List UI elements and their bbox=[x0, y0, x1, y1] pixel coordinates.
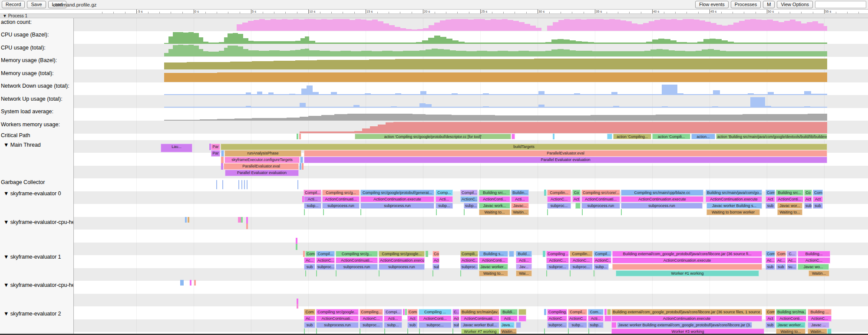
label-skyframe-evaluator-1[interactable]: ▼ skyframe-evaluator 1 bbox=[3, 254, 61, 260]
trace-bar[interactable]: Com bbox=[766, 190, 775, 196]
trace-bar[interactable]: Javac... bbox=[511, 203, 529, 209]
record-button[interactable]: Record bbox=[2, 1, 25, 8]
chart-memory-usage-bazel[interactable] bbox=[0, 57, 868, 69]
trace-bar[interactable] bbox=[544, 309, 546, 315]
trace-bar[interactable]: Waiting to... bbox=[479, 270, 508, 276]
trace-bar[interactable]: Compiling ... bbox=[546, 251, 569, 257]
trace-bar[interactable]: Lau... bbox=[161, 144, 192, 152]
trace-bar[interactable]: Building external/com_google_protobuf/ja… bbox=[611, 309, 762, 315]
trace-bar[interactable] bbox=[300, 163, 301, 170]
trace-bar[interactable]: action 'Compili... bbox=[652, 134, 690, 139]
trace-bar[interactable] bbox=[512, 134, 515, 139]
trace-bar[interactable]: Building src... bbox=[479, 190, 510, 196]
trace-bar[interactable]: Com bbox=[766, 251, 775, 257]
trace-bar[interactable] bbox=[190, 280, 191, 286]
label-skyframe-evaluator-cpu-heavy-1[interactable]: ▼ skyframe-evaluator-cpu-heavy- bbox=[3, 219, 74, 225]
trace-bar[interactable]: Act bbox=[432, 257, 439, 263]
trace-bar[interactable]: ActionC... bbox=[460, 196, 478, 202]
trace-bar[interactable] bbox=[426, 251, 428, 257]
trace-bar[interactable]: ActionC... bbox=[460, 257, 478, 263]
trace-bar[interactable]: Building src... bbox=[776, 190, 803, 196]
chart-workers-memory-usage[interactable] bbox=[0, 121, 868, 133]
chart-action-count[interactable] bbox=[0, 18, 868, 31]
trace-bar[interactable]: ActionC... bbox=[798, 257, 830, 263]
chart-network-down-usage[interactable] bbox=[0, 82, 868, 95]
trace-bar[interactable]: subproc... bbox=[546, 264, 569, 270]
trace-bar[interactable]: Building src/main/jav... bbox=[460, 309, 499, 315]
processes-button[interactable]: Processes bbox=[731, 1, 761, 8]
trace-bar[interactable]: Waiting to... bbox=[479, 209, 510, 215]
trace-bar[interactable]: ActionConti... bbox=[479, 257, 508, 263]
trace-bar[interactable]: subp... bbox=[568, 322, 587, 328]
trace-bar[interactable]: subp... bbox=[384, 322, 402, 328]
trace-bar[interactable]: ActionC... bbox=[568, 315, 587, 322]
trace-bar[interactable] bbox=[300, 157, 303, 163]
trace-bar[interactable]: ParallelEvaluator.eval bbox=[304, 150, 827, 157]
trace-bar[interactable]: Compiling src/main/cpp/blaze.cc bbox=[621, 190, 703, 196]
trace-bar[interactable]: action 'Compiling... bbox=[613, 134, 651, 139]
trace-bar[interactable] bbox=[182, 280, 184, 286]
trace-bar[interactable] bbox=[607, 134, 612, 139]
trace-bar[interactable]: Javac wo... bbox=[798, 264, 829, 270]
toolbar-search-box[interactable] bbox=[815, 1, 866, 8]
trace-bar[interactable]: Ac... bbox=[304, 315, 315, 322]
trace-bar[interactable]: sub bbox=[766, 264, 775, 270]
trace-bar[interactable]: Ac... bbox=[787, 257, 797, 263]
trace-bar[interactable]: ActionContinuation.execute bbox=[611, 315, 762, 322]
trace-bar[interactable]: sub bbox=[804, 203, 812, 209]
trace-bar[interactable]: Compil... bbox=[304, 190, 321, 196]
trace-bar[interactable]: action 'Building src/main/java/com/googl… bbox=[716, 134, 827, 139]
trace-bar[interactable]: ActionContinuati... bbox=[316, 315, 359, 322]
trace-bar[interactable] bbox=[516, 322, 521, 328]
trace-bar[interactable]: ActionC... bbox=[547, 196, 571, 202]
trace-bar[interactable]: Waiting to borrow worker bbox=[706, 209, 760, 215]
m-button[interactable]: M bbox=[763, 1, 775, 8]
trace-bar[interactable]: Compil... bbox=[316, 251, 335, 257]
process-header[interactable]: ▼ Process 1 bbox=[0, 13, 868, 18]
trace-bar[interactable]: Compiling src/core/... bbox=[581, 190, 620, 196]
trace-bar[interactable] bbox=[297, 304, 298, 309]
chart-network-up-usage[interactable] bbox=[0, 95, 868, 108]
trace-bar[interactable]: Compili... bbox=[460, 251, 478, 257]
trace-bar[interactable] bbox=[302, 163, 304, 170]
trace-bar[interactable]: sub bbox=[813, 203, 823, 209]
trace-bar[interactable]: ActionContinuation.execute bbox=[706, 196, 762, 202]
trace-bar[interactable]: subproc... bbox=[547, 322, 567, 328]
trace-bar[interactable]: Act bbox=[572, 196, 581, 202]
trace-bar[interactable]: skyframeExecutor.configureTargets bbox=[224, 157, 300, 163]
trace-bar[interactable] bbox=[296, 244, 297, 250]
trace-bar[interactable]: Wai... bbox=[516, 270, 532, 276]
trace-bar[interactable]: subp... bbox=[594, 264, 609, 270]
trace-bar[interactable]: subproc... bbox=[316, 264, 335, 270]
trace-bar[interactable]: ActionC... bbox=[316, 257, 335, 263]
trace-bar[interactable]: Javac worker Building s... bbox=[706, 203, 762, 209]
label-main-thread[interactable]: ▼ Main Thread bbox=[3, 142, 41, 148]
view-options-button[interactable]: View Options bbox=[777, 1, 813, 8]
trace-bar[interactable] bbox=[509, 251, 514, 257]
trace-bar[interactable]: runAnalysisPhase bbox=[224, 150, 301, 157]
timeline-ruler[interactable]: -5 s0 s5 s10 s15 s20 s25 s30 s35 s40 s45… bbox=[0, 10, 868, 13]
trace-bar[interactable]: Compiling src/google/protobuf/generat... bbox=[360, 190, 434, 196]
trace-bar[interactable]: Compilin... bbox=[570, 251, 593, 257]
trace-bar[interactable]: Act bbox=[407, 315, 418, 322]
trace-bar[interactable] bbox=[299, 134, 301, 139]
trace-bar[interactable] bbox=[611, 322, 617, 328]
trace-bar[interactable]: Com... bbox=[588, 309, 604, 315]
trace-bar[interactable]: subproc... bbox=[460, 264, 478, 270]
trace-bar[interactable]: Building... bbox=[798, 251, 830, 257]
trace-bar[interactable]: Javac worker Buil... bbox=[460, 322, 499, 328]
trace-bar[interactable]: subp... bbox=[452, 322, 459, 328]
trace-bar[interactable]: Javac work... bbox=[479, 203, 510, 209]
trace-bar[interactable]: Compil... bbox=[460, 190, 478, 196]
trace-bar[interactable]: ActionC... bbox=[546, 257, 569, 263]
trace-bar[interactable]: subprocess.run bbox=[322, 203, 360, 209]
trace-bar[interactable]: Parallel Evaluator evaluation bbox=[225, 170, 299, 176]
trace-bar[interactable]: Com bbox=[305, 251, 315, 257]
trace-bar[interactable]: Javac worker... bbox=[776, 322, 805, 328]
trace-bar[interactable]: Building external/com_google_protobuf/ja… bbox=[612, 251, 762, 257]
trace-bar[interactable]: subprocess.run bbox=[581, 203, 620, 209]
trace-bar[interactable]: Com bbox=[304, 309, 315, 315]
trace-bar[interactable]: Co bbox=[572, 190, 581, 196]
trace-bar[interactable]: Com bbox=[766, 309, 775, 315]
trace-bar[interactable]: Acti... bbox=[511, 196, 529, 202]
